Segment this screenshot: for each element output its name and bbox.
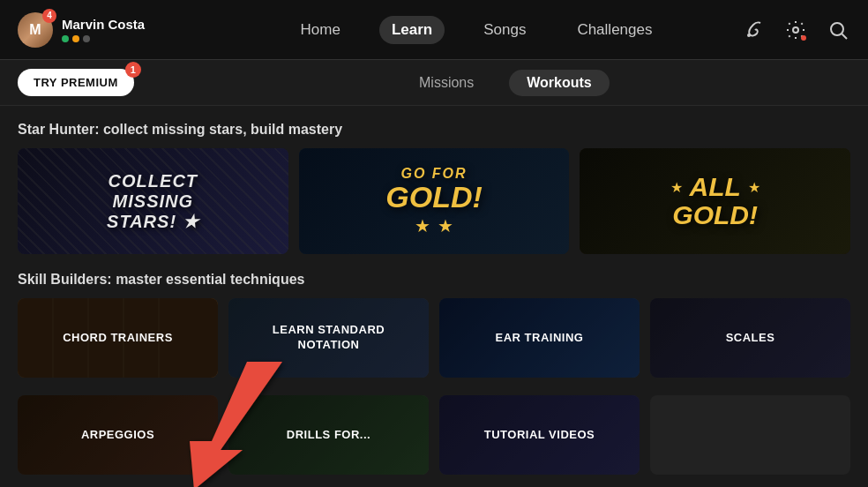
sub-nav: Missions Workouts [161,70,850,96]
go-for-gold-label: GO FOR GOLD! ★ ★ [299,148,570,254]
nav-songs[interactable]: Songs [471,16,538,44]
all-gold-label: ★ ALL ★ GOLD! [580,148,850,254]
user-section: M 4 Marvin Costa [18,12,212,48]
card-drills[interactable]: DRILLS FOR... [228,395,429,475]
svg-point-2 [831,23,843,35]
ear-training-label: EAR TRAINING [489,324,591,353]
settings-icon[interactable] [783,18,808,42]
card-collect-missing-stars[interactable]: COLLECTMISSINGSTARS! ★ [18,148,288,254]
arpeggios-label: ARPEGGIOS [74,421,161,450]
nav-home[interactable]: Home [288,16,353,44]
card-ear-training[interactable]: EAR TRAINING [439,298,640,378]
tab-workouts[interactable]: Workouts [509,70,609,96]
dot-green [62,35,69,42]
tutorial-label: TUTORIAL VIDEOS [477,421,602,450]
section-title-skill-builders: Skill Builders: master essential techniq… [18,272,850,288]
notation-label: LEARN STANDARDNOTATION [266,316,392,360]
svg-point-1 [793,27,798,33]
main-nav: Home Learn Songs Challenges [212,16,741,44]
header: M 4 Marvin Costa Home Learn Songs Challe… [0,0,868,60]
sub-header: TRY PREMIUM 1 Missions Workouts [0,60,868,106]
collect-stars-label: COLLECTMISSINGSTARS! ★ [18,148,288,254]
svg-point-0 [747,34,751,37]
nav-challenges[interactable]: Challenges [565,16,664,44]
user-dots [62,35,145,42]
tuner-icon[interactable] [741,18,766,42]
tab-missions[interactable]: Missions [401,70,491,96]
header-icons [741,18,850,42]
card-all-gold[interactable]: ★ ALL ★ GOLD! [580,148,850,254]
dot-gray [83,35,90,42]
card-scales[interactable]: SCALES [650,298,850,378]
section-title-star-hunter: Star Hunter: collect missing stars, buil… [18,122,850,138]
card-placeholder [650,395,850,475]
skill-builder-cards: CHORD TRAINERS LEARN STANDARDNOTATION EA… [18,298,850,378]
content-area: Star Hunter: collect missing stars, buil… [0,106,868,487]
scales-label: SCALES [719,324,782,353]
card-go-for-gold[interactable]: GO FOR GOLD! ★ ★ [299,148,570,254]
drills-label: DRILLS FOR... [280,421,378,450]
user-info: Marvin Costa [62,17,145,42]
star-1: ★ [415,215,430,236]
dot-yellow [72,35,79,42]
star-2: ★ [438,215,453,236]
settings-notification-dot [801,35,806,41]
svg-line-3 [842,34,848,39]
chord-trainers-label: CHORD TRAINERS [56,324,180,353]
star-hunter-cards: COLLECTMISSINGSTARS! ★ GO FOR GOLD! ★ ★ [18,148,850,254]
bottom-cards: ARPEGGIOS DRILLS FOR... TUTORIAL VIDEOS [18,395,850,475]
premium-notification-badge: 1 [125,62,141,78]
search-icon[interactable] [826,18,850,42]
card-arpeggios[interactable]: ARPEGGIOS [18,395,218,475]
card-learn-notation[interactable]: LEARN STANDARDNOTATION [228,298,429,378]
notification-badge: 4 [42,9,56,23]
nav-learn[interactable]: Learn [379,16,445,44]
card-chord-trainers[interactable]: CHORD TRAINERS [18,298,218,378]
try-premium-button[interactable]: TRY PREMIUM [18,69,134,96]
card-tutorial-videos[interactable]: TUTORIAL VIDEOS [439,395,640,475]
username: Marvin Costa [62,17,145,32]
